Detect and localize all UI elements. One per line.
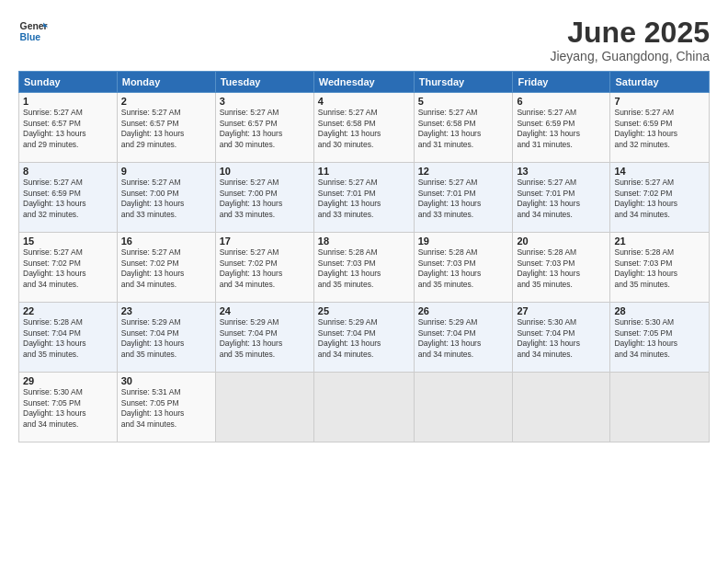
calendar-row: 29Sunrise: 5:30 AMSunset: 7:05 PMDayligh… <box>19 373 710 442</box>
day-number: 11 <box>318 166 410 177</box>
svg-text:Blue: Blue <box>20 32 41 42</box>
day-number: 8 <box>23 166 113 177</box>
calendar-cell <box>414 373 513 442</box>
day-info: Sunrise: 5:27 AMSunset: 6:57 PMDaylight:… <box>23 108 113 150</box>
calendar-cell: 21Sunrise: 5:28 AMSunset: 7:03 PMDayligh… <box>610 233 710 303</box>
calendar-header-row: SundayMondayTuesdayWednesdayThursdayFrid… <box>19 72 710 93</box>
day-number: 1 <box>23 96 113 107</box>
calendar-cell: 6Sunrise: 5:27 AMSunset: 6:59 PMDaylight… <box>513 93 610 163</box>
day-of-week-header: Monday <box>117 72 215 93</box>
day-info: Sunrise: 5:30 AMSunset: 7:04 PMDaylight:… <box>517 317 606 360</box>
day-info: Sunrise: 5:28 AMSunset: 7:04 PMDaylight:… <box>23 317 113 360</box>
day-number: 18 <box>318 236 410 247</box>
calendar-cell: 4Sunrise: 5:27 AMSunset: 6:58 PMDaylight… <box>313 93 414 163</box>
day-number: 4 <box>318 96 410 107</box>
day-info: Sunrise: 5:27 AMSunset: 6:57 PMDaylight:… <box>220 108 310 150</box>
day-number: 15 <box>23 236 113 247</box>
calendar-table: SundayMondayTuesdayWednesdayThursdayFrid… <box>18 71 710 442</box>
day-info: Sunrise: 5:27 AMSunset: 6:59 PMDaylight:… <box>23 178 113 220</box>
day-info: Sunrise: 5:28 AMSunset: 7:03 PMDaylight:… <box>318 247 410 290</box>
day-info: Sunrise: 5:27 AMSunset: 7:02 PMDaylight:… <box>23 247 113 290</box>
subtitle: Jieyang, Guangdong, China <box>550 49 710 63</box>
calendar-cell <box>513 373 610 442</box>
calendar-cell: 26Sunrise: 5:29 AMSunset: 7:04 PMDayligh… <box>414 303 513 373</box>
calendar-cell: 22Sunrise: 5:28 AMSunset: 7:04 PMDayligh… <box>19 303 118 373</box>
day-of-week-header: Friday <box>513 72 610 93</box>
calendar-cell: 14Sunrise: 5:27 AMSunset: 7:02 PMDayligh… <box>610 163 710 233</box>
day-info: Sunrise: 5:28 AMSunset: 7:03 PMDaylight:… <box>418 247 509 290</box>
day-info: Sunrise: 5:29 AMSunset: 7:04 PMDaylight:… <box>220 317 310 360</box>
calendar-cell: 10Sunrise: 5:27 AMSunset: 7:00 PMDayligh… <box>215 163 313 233</box>
day-info: Sunrise: 5:27 AMSunset: 7:02 PMDaylight:… <box>614 178 705 220</box>
calendar-cell: 5Sunrise: 5:27 AMSunset: 6:58 PMDaylight… <box>414 93 513 163</box>
day-of-week-header: Saturday <box>610 72 710 93</box>
day-number: 26 <box>418 305 509 316</box>
day-number: 10 <box>220 166 310 177</box>
calendar-cell <box>215 373 313 442</box>
day-number: 14 <box>614 166 705 177</box>
calendar-row: 8Sunrise: 5:27 AMSunset: 6:59 PMDaylight… <box>19 163 710 233</box>
day-number: 13 <box>517 166 606 177</box>
calendar-row: 1Sunrise: 5:27 AMSunset: 6:57 PMDaylight… <box>19 93 710 163</box>
calendar-cell: 12Sunrise: 5:27 AMSunset: 7:01 PMDayligh… <box>414 163 513 233</box>
calendar-cell: 16Sunrise: 5:27 AMSunset: 7:02 PMDayligh… <box>117 233 215 303</box>
day-number: 2 <box>121 96 211 107</box>
day-number: 25 <box>318 305 410 316</box>
day-number: 21 <box>614 236 705 247</box>
calendar-cell: 30Sunrise: 5:31 AMSunset: 7:05 PMDayligh… <box>117 373 215 442</box>
day-number: 9 <box>121 166 211 177</box>
day-info: Sunrise: 5:27 AMSunset: 7:02 PMDaylight:… <box>220 247 310 290</box>
day-number: 3 <box>220 96 310 107</box>
calendar-cell: 19Sunrise: 5:28 AMSunset: 7:03 PMDayligh… <box>414 233 513 303</box>
day-number: 29 <box>23 375 113 386</box>
calendar-row: 15Sunrise: 5:27 AMSunset: 7:02 PMDayligh… <box>19 233 710 303</box>
calendar-cell: 27Sunrise: 5:30 AMSunset: 7:04 PMDayligh… <box>513 303 610 373</box>
day-info: Sunrise: 5:27 AMSunset: 6:58 PMDaylight:… <box>318 108 410 150</box>
day-of-week-header: Thursday <box>414 72 513 93</box>
day-info: Sunrise: 5:28 AMSunset: 7:03 PMDaylight:… <box>614 247 705 290</box>
day-number: 6 <box>517 96 606 107</box>
day-number: 22 <box>23 305 113 316</box>
day-number: 20 <box>517 236 606 247</box>
calendar-cell: 20Sunrise: 5:28 AMSunset: 7:03 PMDayligh… <box>513 233 610 303</box>
calendar-cell <box>313 373 414 442</box>
day-info: Sunrise: 5:27 AMSunset: 6:59 PMDaylight:… <box>614 108 705 150</box>
calendar-cell: 7Sunrise: 5:27 AMSunset: 6:59 PMDaylight… <box>610 93 710 163</box>
day-number: 24 <box>220 305 310 316</box>
day-info: Sunrise: 5:27 AMSunset: 7:01 PMDaylight:… <box>418 178 509 220</box>
calendar-cell: 23Sunrise: 5:29 AMSunset: 7:04 PMDayligh… <box>117 303 215 373</box>
day-number: 23 <box>121 305 211 316</box>
calendar-cell: 18Sunrise: 5:28 AMSunset: 7:03 PMDayligh… <box>313 233 414 303</box>
day-number: 27 <box>517 305 606 316</box>
day-number: 28 <box>614 305 705 316</box>
day-info: Sunrise: 5:31 AMSunset: 7:05 PMDaylight:… <box>121 387 211 430</box>
calendar-cell: 1Sunrise: 5:27 AMSunset: 6:57 PMDaylight… <box>19 93 118 163</box>
calendar-cell: 25Sunrise: 5:29 AMSunset: 7:04 PMDayligh… <box>313 303 414 373</box>
calendar-cell: 17Sunrise: 5:27 AMSunset: 7:02 PMDayligh… <box>215 233 313 303</box>
day-number: 5 <box>418 96 509 107</box>
calendar-cell: 8Sunrise: 5:27 AMSunset: 6:59 PMDaylight… <box>19 163 118 233</box>
calendar-row: 22Sunrise: 5:28 AMSunset: 7:04 PMDayligh… <box>19 303 710 373</box>
calendar-cell: 3Sunrise: 5:27 AMSunset: 6:57 PMDaylight… <box>215 93 313 163</box>
day-info: Sunrise: 5:30 AMSunset: 7:05 PMDaylight:… <box>614 317 705 360</box>
day-number: 30 <box>121 375 211 386</box>
header: General Blue June 2025 Jieyang, Guangdon… <box>18 17 710 63</box>
calendar-cell <box>610 373 710 442</box>
logo: General Blue <box>18 17 48 46</box>
day-number: 17 <box>220 236 310 247</box>
calendar-cell: 15Sunrise: 5:27 AMSunset: 7:02 PMDayligh… <box>19 233 118 303</box>
calendar-cell: 29Sunrise: 5:30 AMSunset: 7:05 PMDayligh… <box>19 373 118 442</box>
day-of-week-header: Wednesday <box>313 72 414 93</box>
day-of-week-header: Sunday <box>19 72 118 93</box>
calendar-cell: 9Sunrise: 5:27 AMSunset: 7:00 PMDaylight… <box>117 163 215 233</box>
day-info: Sunrise: 5:27 AMSunset: 7:01 PMDaylight:… <box>318 178 410 220</box>
day-info: Sunrise: 5:29 AMSunset: 7:04 PMDaylight:… <box>121 317 211 360</box>
logo-icon: General Blue <box>18 17 48 46</box>
day-info: Sunrise: 5:27 AMSunset: 6:58 PMDaylight:… <box>418 108 509 150</box>
day-number: 19 <box>418 236 509 247</box>
calendar-cell: 28Sunrise: 5:30 AMSunset: 7:05 PMDayligh… <box>610 303 710 373</box>
calendar-page: General Blue June 2025 Jieyang, Guangdon… <box>0 0 728 563</box>
day-info: Sunrise: 5:27 AMSunset: 7:02 PMDaylight:… <box>121 247 211 290</box>
day-info: Sunrise: 5:28 AMSunset: 7:03 PMDaylight:… <box>517 247 606 290</box>
main-title: June 2025 <box>550 17 710 49</box>
